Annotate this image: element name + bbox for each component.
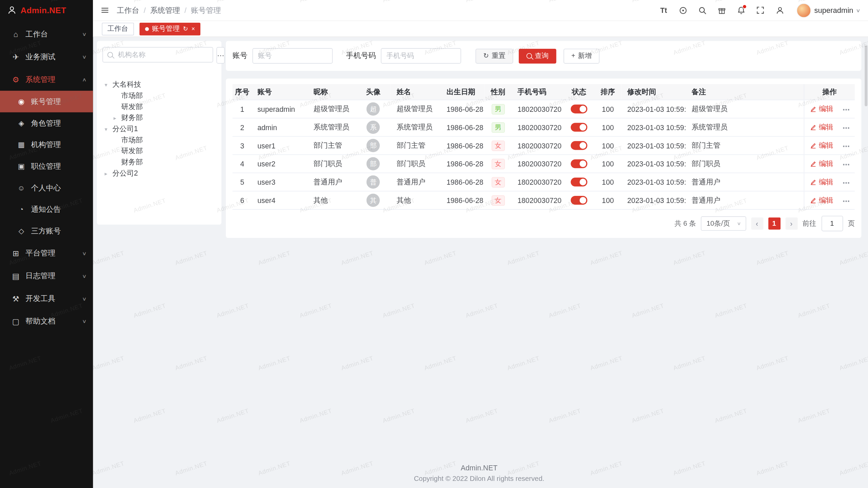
sidebar-subitem-label: 通知公告 [31, 204, 93, 214]
breadcrumb-item[interactable]: 系统管理 [150, 5, 180, 15]
col-header-remark: 备注 [686, 84, 804, 100]
account-filter-input[interactable] [252, 48, 333, 64]
tree-node[interactable]: 财务部 [102, 112, 216, 123]
close-tab-icon[interactable]: × [191, 26, 195, 32]
tree-caret-icon[interactable] [105, 126, 113, 132]
prev-page-button[interactable]: ‹ [751, 218, 763, 230]
avatar: 其 [367, 194, 380, 207]
more-actions-icon[interactable]: ⋯ [843, 106, 850, 114]
sidebar-item-business-test[interactable]: ✈ 业务测试 ∨ [0, 45, 93, 68]
cell-account: user3 [252, 173, 308, 191]
sidebar-subitem[interactable]: ◇ 三方账号 [0, 220, 93, 242]
user-menu[interactable]: superadmin ∨ [796, 3, 860, 17]
reset-button[interactable]: ↻ 重置 [475, 48, 513, 63]
logo[interactable]: Admin.NET [0, 0, 93, 20]
breadcrumb-item[interactable]: 工作台 [117, 5, 139, 15]
more-actions-icon[interactable]: ⋯ [843, 160, 850, 168]
status-toggle[interactable] [571, 141, 587, 150]
sidebar-menu: ⌂ 工作台 ∨ ✈ 业务测试 ∨ ⚙ 系统管理 ∧ ◉ [0, 20, 93, 488]
org-more-button[interactable]: ⋯ [216, 47, 224, 64]
col-header-birth: 出生日期 [441, 84, 485, 100]
sidebar-subitem[interactable]: ◉ 账号管理 [0, 91, 93, 113]
sidebar-item-log-management[interactable]: ▤ 日志管理 ∨ [0, 264, 93, 287]
more-actions-icon[interactable]: ⋯ [843, 197, 850, 205]
more-actions-icon[interactable]: ⋯ [843, 124, 850, 132]
toggle-knob [579, 142, 586, 149]
fullscreen-icon[interactable] [755, 5, 765, 15]
sidebar-item-system-management[interactable]: ⚙ 系统管理 ∧ [0, 68, 93, 91]
more-actions-icon[interactable]: ⋯ [843, 142, 850, 150]
query-button[interactable]: 查询 [519, 48, 556, 63]
col-header-name: 姓名 [391, 84, 441, 100]
font-size-icon[interactable]: Tt [659, 5, 669, 15]
tree-node[interactable]: 分公司1 [102, 123, 216, 135]
sidebar-item-platform-management[interactable]: ⊞ 平台管理 ∨ [0, 242, 93, 264]
tab-workbench[interactable]: 工作台 [102, 22, 134, 35]
table-row: 5 user3 普通用户 普 普通用户 1986-06-28 [233, 173, 855, 191]
status-toggle[interactable] [571, 105, 587, 114]
cell-account: superadmin [252, 100, 308, 118]
tree-node[interactable]: 研发部 [102, 145, 216, 157]
current-page[interactable]: 1 [768, 218, 780, 230]
next-page-button[interactable]: › [785, 218, 797, 230]
more-actions-icon[interactable]: ⋯ [843, 179, 850, 187]
tree-node[interactable]: 分公司2 [102, 168, 216, 179]
tree-node[interactable]: 财务部 [102, 157, 216, 168]
edit-button[interactable]: 编辑 [810, 177, 833, 187]
sidebar-item-label: 系统管理 [25, 75, 83, 84]
gift-icon[interactable] [717, 5, 727, 15]
edit-button[interactable]: 编辑 [810, 141, 833, 150]
sidebar-subitem[interactable]: ☺ 个人中心 [0, 177, 93, 199]
col-header-operations: 操作 [804, 84, 855, 100]
status-toggle[interactable] [571, 160, 587, 168]
status-toggle[interactable] [571, 123, 587, 132]
cell-operations: 编辑 ⋯ [804, 191, 855, 209]
status-toggle[interactable] [571, 196, 587, 205]
sidebar-subitem[interactable]: ◔ 通知公告 [0, 199, 93, 220]
sidebar-subitem[interactable]: ◈ 角色管理 [0, 112, 93, 134]
sidebar-item-help-docs[interactable]: ▢ 帮助文档 ∨ [0, 310, 93, 332]
cell-phone: 18020030720 [512, 155, 564, 173]
page-size-select[interactable]: 10条/页 ∨ [701, 216, 746, 230]
cell-birth: 1986-06-28 [441, 118, 485, 137]
add-button[interactable]: + 新增 [564, 48, 599, 63]
document-icon: ▢ [11, 317, 21, 326]
tree-node[interactable]: 市场部 [102, 90, 216, 101]
tree-caret-icon[interactable] [114, 115, 121, 121]
tab-account-management[interactable]: 账号管理 ↻ × [139, 22, 201, 35]
sidebar-subitem-label: 账号管理 [31, 97, 93, 106]
phone-filter-input[interactable] [381, 48, 461, 64]
cell-name: 部门职员 [391, 155, 441, 173]
status-toggle[interactable] [571, 178, 587, 187]
bell-icon[interactable] [736, 5, 746, 15]
scrollbar-thumb[interactable] [865, 45, 867, 106]
edit-button[interactable]: 编辑 [810, 104, 833, 114]
sidebar-subitem[interactable]: ▣ 职位管理 [0, 156, 93, 177]
chevron-down-icon: ∨ [82, 54, 87, 59]
cell-index: 3 [233, 136, 252, 155]
tree-caret-icon[interactable] [105, 82, 113, 88]
edit-button[interactable]: 编辑 [810, 195, 833, 205]
col-header-sort: 排序 [594, 84, 622, 100]
avatar: 超 [367, 102, 380, 116]
goto-page-input[interactable] [821, 216, 843, 231]
org-search-box[interactable] [102, 47, 213, 63]
sidebar-item-workbench[interactable]: ⌂ 工作台 ∨ [0, 23, 93, 45]
discover-icon[interactable] [678, 5, 688, 15]
refresh-tab-icon[interactable]: ↻ [183, 26, 188, 32]
search-icon[interactable] [697, 5, 707, 15]
tree-node[interactable]: 大名科技 [102, 79, 216, 90]
edit-button[interactable]: 编辑 [810, 122, 833, 132]
sidebar-subitem[interactable]: ▦ 机构管理 [0, 134, 93, 156]
tree-caret-icon[interactable] [105, 170, 113, 176]
user-icon[interactable] [775, 5, 785, 15]
edit-button[interactable]: 编辑 [810, 159, 833, 169]
tree-node-label: 财务部 [121, 157, 143, 167]
sidebar-item-dev-tools[interactable]: ⚒ 开发工具 ∨ [0, 287, 93, 310]
hamburger-menu-icon[interactable] [101, 6, 109, 14]
tree-node[interactable]: 研发部 [102, 101, 216, 113]
tree-node[interactable]: 市场部 [102, 135, 216, 146]
phone-filter-label: 手机号码 [346, 51, 376, 61]
org-search-input[interactable] [117, 50, 208, 59]
org-icon: ▦ [17, 141, 26, 149]
